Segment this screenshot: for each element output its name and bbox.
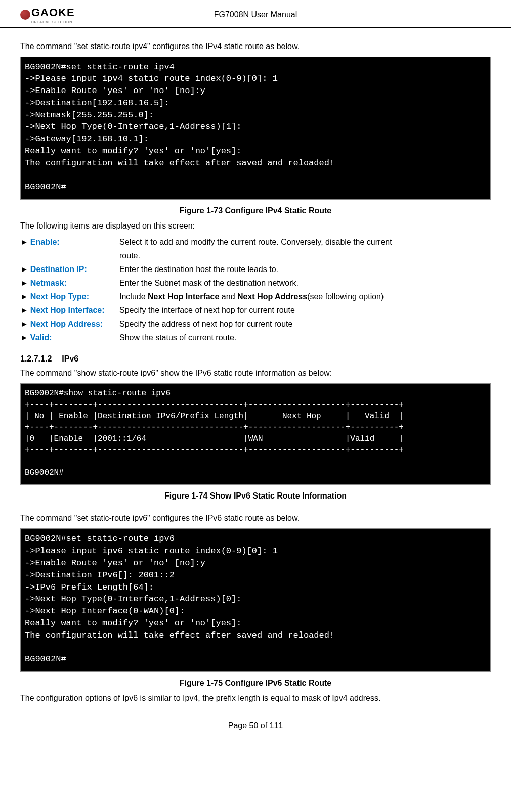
section-number: 1.2.7.1.2 [20, 353, 52, 365]
figure-caption-1-75: Figure 1-75 Configure IPv6 Static Route [20, 677, 491, 689]
desc-next-hop-type: Include Next Hop Interface and Next Hop … [119, 291, 491, 303]
page-content: The command "set static-route ipv4" conf… [0, 28, 511, 752]
intro-paragraph-3: The command "show static-route ipv6" sho… [20, 367, 491, 379]
closing-paragraph: The configuration options of Ipv6 is sim… [20, 692, 491, 704]
intro-paragraph-1: The command "set static-route ipv4" conf… [20, 40, 491, 53]
section-heading-ipv6: 1.2.7.1.2IPv6 [20, 353, 491, 365]
logo-icon [20, 10, 30, 20]
figure-caption-1-74: Figure 1-74 Show IPv6 Static Route Infor… [20, 490, 491, 502]
figure-caption-1-73: Figure 1-73 Configure IPv4 Static Route [20, 205, 491, 217]
terminal-ipv4-set: BG9002N#set static-route ipv4 ->Please i… [20, 57, 491, 200]
doc-title: FG7008N User Manual [214, 9, 297, 21]
section-title: IPv6 [62, 354, 78, 363]
term-destination: Destination IP: [30, 263, 87, 276]
def-row-valid: ►Valid: Show the status of current route… [20, 332, 491, 344]
logo: GAOKE CREATIVE SOLUTION [20, 4, 75, 25]
def-row-next-hop-type: ►Next Hop Type: Include Next Hop Interfa… [20, 291, 491, 303]
arrow-icon: ► [20, 291, 28, 303]
def-row-destination: ►Destination IP: Enter the destination h… [20, 263, 491, 276]
logo-text: GAOKE [31, 4, 75, 21]
arrow-icon: ► [20, 277, 28, 289]
term-netmask: Netmask: [30, 277, 67, 289]
desc-enable-line2: route. [119, 250, 491, 262]
desc-next-hop-interface: Specify the interface of next hop for cu… [119, 304, 491, 317]
def-row-enable: ►Enable: Select it to add and modify the… [20, 236, 491, 248]
desc-valid: Show the status of current route. [119, 332, 491, 344]
arrow-icon: ► [20, 332, 28, 344]
terminal-ipv6-show: BG9002N#show static-route ipv6 +----+---… [20, 383, 491, 485]
arrow-icon: ► [20, 318, 28, 330]
term-next-hop-interface: Next Hop Interface: [30, 304, 105, 317]
arrow-icon: ► [20, 236, 28, 248]
terminal-ipv6-set: BG9002N#set static-route ipv6 ->Please i… [20, 528, 491, 672]
desc-netmask: Enter the Subnet mask of the destination… [119, 277, 491, 289]
definition-list: ►Enable: Select it to add and modify the… [20, 236, 491, 344]
desc-destination: Enter the destination host the route lea… [119, 263, 491, 276]
def-row-next-hop-interface: ►Next Hop Interface: Specify the interfa… [20, 304, 491, 317]
def-row-netmask: ►Netmask: Enter the Subnet mask of the d… [20, 277, 491, 289]
term-next-hop-type: Next Hop Type: [30, 291, 89, 303]
page-header: GAOKE CREATIVE SOLUTION FG7008N User Man… [0, 0, 511, 28]
term-enable: Enable: [30, 236, 60, 248]
desc-enable-line1: Select it to add and modify the current … [119, 236, 491, 248]
arrow-icon: ► [20, 263, 28, 276]
logo-block: GAOKE CREATIVE SOLUTION [31, 4, 75, 25]
term-valid: Valid: [30, 332, 52, 344]
logo-subtitle: CREATIVE SOLUTION [31, 20, 75, 25]
desc-next-hop-address: Specify the address of next hop for curr… [119, 318, 491, 330]
intro-paragraph-4: The command "set static-route ipv6" conf… [20, 512, 491, 524]
arrow-icon: ► [20, 304, 28, 317]
term-next-hop-address: Next Hop Address: [30, 318, 103, 330]
intro-paragraph-2: The following items are displayed on thi… [20, 220, 491, 232]
page-footer: Page 50 of 111 [20, 719, 491, 742]
def-row-next-hop-address: ►Next Hop Address: Specify the address o… [20, 318, 491, 330]
